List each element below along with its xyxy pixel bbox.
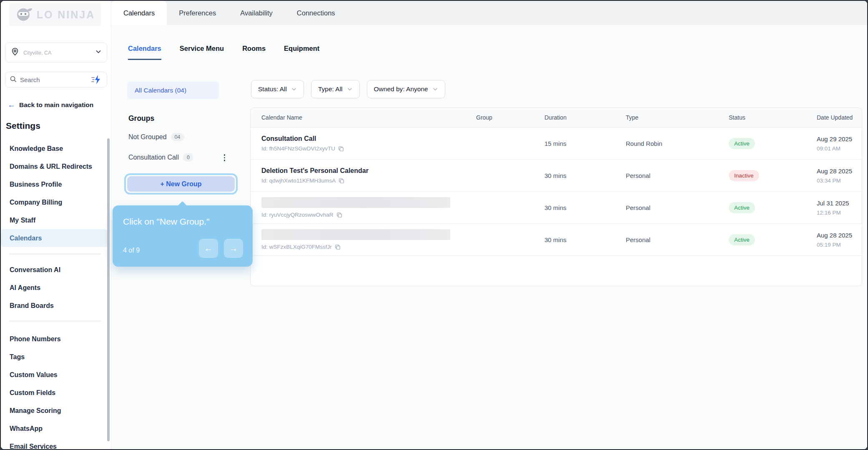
group-label: Consultation Call xyxy=(128,154,179,161)
sidebar-item-phone-numbers[interactable]: Phone Numbers xyxy=(1,330,108,348)
redacted-calendar-name xyxy=(261,197,450,208)
ai-spark-icon[interactable] xyxy=(91,75,103,85)
sidebar-item-knowledge-base[interactable]: Knowledge Base xyxy=(1,140,108,158)
copy-icon[interactable] xyxy=(336,212,342,218)
sidebar-search xyxy=(5,72,107,88)
date-updated: Aug 28 2025 xyxy=(817,168,862,175)
type-cell: Personal xyxy=(626,236,729,243)
filter-bar: Status: All Type: All Owned by: Anyone xyxy=(251,80,445,98)
sidebar-item-company-billing[interactable]: Company Billing xyxy=(1,193,108,211)
status-badge: Inactive xyxy=(729,170,759,181)
kebab-menu-icon[interactable] xyxy=(222,152,227,163)
tour-prev-button[interactable]: ← xyxy=(199,239,218,258)
copy-icon[interactable] xyxy=(338,146,344,152)
sidebar-item-whatsapp[interactable]: WhatsApp xyxy=(1,420,108,438)
owned-by-filter-dropdown[interactable]: Owned by: Anyone xyxy=(367,80,445,98)
sidebar-item-manage-scoring[interactable]: Manage Scoring xyxy=(1,402,108,420)
sidebar-item-custom-values[interactable]: Custom Values xyxy=(1,366,108,384)
sidebar-item-conversation-ai[interactable]: Conversation AI xyxy=(1,261,108,279)
col-header-date-updated: Date Updated xyxy=(817,114,862,121)
copy-icon[interactable] xyxy=(339,178,344,184)
subtab-equipment[interactable]: Equipment xyxy=(284,45,319,60)
status-badge: Active xyxy=(729,138,755,149)
date-updated: Jul 31 2025 xyxy=(817,200,862,207)
sidebar-item-business-profile[interactable]: Business Profile xyxy=(1,175,108,193)
sidebar-item-email-services[interactable]: Email Services xyxy=(1,438,108,450)
calendar-id: Id: wSFzxBLXqiG70FMssfJr xyxy=(261,244,332,250)
table-header-row: Calendar Name Group Duration Type Status… xyxy=(251,108,862,128)
tour-next-button[interactable]: → xyxy=(224,239,243,258)
table-row[interactable]: Id: wSFzxBLXqiG70FMssfJr 30 mins Persona… xyxy=(251,224,862,256)
sidebar-item-calendars[interactable]: Calendars xyxy=(1,229,108,247)
sidebar-section-2: Conversation AI AI Agents Brand Boards xyxy=(1,261,108,315)
group-count-badge: 0 xyxy=(183,153,193,162)
group-label: Not Grouped xyxy=(128,133,167,141)
duration-cell: 30 mins xyxy=(544,172,626,179)
prev-arrow-icon: ← xyxy=(204,243,213,253)
table-row[interactable]: Consultation Call Id: fh5N4FNzSGwDVI2xyv… xyxy=(251,128,862,160)
redacted-calendar-name xyxy=(261,229,450,240)
type-cell: Round Robin xyxy=(626,140,729,147)
main-content: Calendars Service Menu Rooms Equipment A… xyxy=(111,25,867,449)
sidebar-item-tags[interactable]: Tags xyxy=(1,348,108,366)
chevron-down-icon xyxy=(95,48,102,57)
search-input[interactable] xyxy=(20,76,88,83)
owned-by-filter-label: Owned by: Anyone xyxy=(374,85,428,93)
chevron-down-icon xyxy=(291,86,297,92)
sidebar-item-brand-boards[interactable]: Brand Boards xyxy=(1,297,108,315)
duration-cell: 15 mins xyxy=(544,140,626,147)
new-group-button[interactable]: + New Group xyxy=(127,176,235,192)
sidebar-item-domains[interactable]: Domains & URL Redirects xyxy=(1,158,108,175)
sidebar-scrollbar[interactable] xyxy=(107,138,110,441)
group-item-not-grouped[interactable]: Not Grouped 04 xyxy=(128,133,237,141)
col-header-group: Group xyxy=(476,114,544,121)
chevron-down-icon xyxy=(432,86,438,92)
sidebar: LO NINJA Cityville, CA xyxy=(1,1,111,449)
subtab-rooms[interactable]: Rooms xyxy=(242,45,266,60)
location-selector[interactable]: Cityville, CA xyxy=(5,42,107,62)
location-name: Cityville, CA xyxy=(23,49,91,56)
time-updated: 09:01 AM xyxy=(817,145,862,152)
sidebar-item-ai-agents[interactable]: AI Agents xyxy=(1,279,108,297)
top-tab-availability[interactable]: Availability xyxy=(228,1,285,25)
status-badge: Active xyxy=(729,234,755,245)
calendar-subtabs: Calendars Service Menu Rooms Equipment xyxy=(128,45,319,60)
type-cell: Personal xyxy=(626,204,729,211)
subtab-service-menu[interactable]: Service Menu xyxy=(180,45,224,60)
top-tab-connections[interactable]: Connections xyxy=(285,1,347,25)
subtab-calendars[interactable]: Calendars xyxy=(128,45,161,60)
type-filter-label: Type: All xyxy=(318,85,343,93)
top-tab-bar: Calendars Preferences Availability Conne… xyxy=(111,1,867,25)
table-row[interactable]: Deletion Test's Personal Calendar Id: qd… xyxy=(251,160,862,192)
calendar-name[interactable]: Consultation Call xyxy=(261,135,476,142)
top-tab-calendars[interactable]: Calendars xyxy=(111,1,167,25)
time-updated: 12:16 PM xyxy=(817,210,862,216)
table-row[interactable]: Id: ryuVccjyQRzoswwOvhaR 30 mins Persona… xyxy=(251,192,862,224)
sidebar-divider xyxy=(9,254,101,254)
all-calendars-filter[interactable]: All Calendars (04) xyxy=(127,82,219,99)
sidebar-item-custom-fields[interactable]: Custom Fields xyxy=(1,384,108,402)
next-arrow-icon: → xyxy=(229,243,238,253)
type-filter-dropdown[interactable]: Type: All xyxy=(311,80,360,98)
calendar-name[interactable]: Deletion Test's Personal Calendar xyxy=(261,167,476,175)
calendars-table: Calendar Name Group Duration Type Status… xyxy=(250,108,862,286)
status-filter-dropdown[interactable]: Status: All xyxy=(251,80,304,98)
app-window: Calendars Preferences Availability Conne… xyxy=(0,0,868,450)
brand-logo: LO NINJA xyxy=(9,3,101,26)
time-updated: 05:19 PM xyxy=(817,242,862,248)
copy-icon[interactable] xyxy=(335,244,341,250)
location-city: Cityville, CA xyxy=(23,50,51,56)
group-count-badge: 04 xyxy=(171,133,184,141)
col-header-calendar-name: Calendar Name xyxy=(261,114,476,121)
tour-step-counter: 4 of 9 xyxy=(123,247,140,254)
tour-tooltip-text: Click on "New Group." xyxy=(123,217,209,227)
calendar-id: Id: ryuVccjyQRzoswwOvhaR xyxy=(261,212,334,218)
calendar-id: Id: qdwjhXwto11KFMH3umsA xyxy=(261,178,336,184)
tour-tooltip: Click on "New Group." 4 of 9 ← → xyxy=(113,205,253,267)
duration-cell: 30 mins xyxy=(544,204,626,211)
group-item-consultation-call[interactable]: Consultation Call 0 xyxy=(128,152,237,163)
back-arrow-icon: ← xyxy=(8,101,15,109)
top-tab-preferences[interactable]: Preferences xyxy=(167,1,228,25)
back-to-main-nav[interactable]: ← Back to main navigation xyxy=(8,101,93,109)
sidebar-item-my-staff[interactable]: My Staff xyxy=(1,211,108,229)
